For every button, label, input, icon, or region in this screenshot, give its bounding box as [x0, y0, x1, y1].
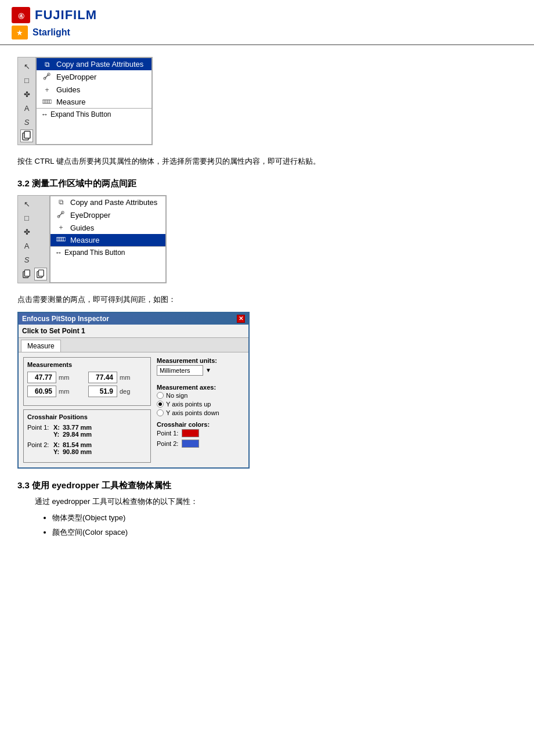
measurement-units-dropdown[interactable]: Millimeters	[157, 365, 203, 376]
inspector-close-button[interactable]: ✕	[237, 315, 245, 323]
dropdown-arrow-icon: ▼	[205, 367, 211, 373]
copy-paste-icon-2[interactable]	[20, 268, 33, 280]
curve-icon-2[interactable]: S	[20, 254, 33, 267]
color-swatch-point1[interactable]	[182, 429, 199, 437]
starlight-icon: ★	[12, 26, 28, 39]
point1-x-row: X: 33.77 mm	[53, 424, 92, 431]
starlight-label: Starlight	[33, 27, 70, 38]
list-item-1: 物体类型(Object type)	[52, 512, 517, 524]
cross-icon[interactable]: ✤	[20, 88, 33, 100]
crosshair-label: Crosshair Positions	[27, 413, 147, 420]
toolbar-menu-2: ⧉ Copy and Paste Attributes EyeDropper +	[50, 196, 166, 283]
expand-button-1[interactable]: ↔ Expand This Button	[37, 108, 151, 120]
svg-rect-9	[42, 100, 52, 103]
guides-menu-icon: +	[41, 86, 53, 94]
svg-text:★: ★	[16, 28, 23, 37]
rect-icon[interactable]: □	[20, 74, 33, 87]
toolbar-panel-2: ↖ □ ✤ A S	[17, 195, 167, 283]
menu-item-copy-paste-2[interactable]: ⧉ Copy and Paste Attributes	[50, 196, 165, 208]
color-swatch-point2[interactable]	[182, 440, 199, 448]
menu-item-eyedropper-label-2: EyeDropper	[70, 211, 110, 219]
expand-button-2[interactable]: ↔ Expand This Button	[50, 246, 165, 258]
menu-item-measure-2[interactable]: Measure	[50, 234, 165, 246]
svg-rect-5	[24, 131, 30, 138]
text-icon-2[interactable]: A	[20, 240, 33, 253]
radio-y-axis-up-circle	[157, 401, 164, 408]
copy-paste-icon[interactable]	[20, 129, 33, 142]
measure-cell-3: 60.95 mm	[27, 386, 86, 397]
color-swatch-point1-label: Point 1:	[157, 430, 178, 437]
measure-cell-4: 51.9 deg	[88, 386, 147, 397]
point2-y-row: Y: 90.80 mm	[53, 448, 92, 455]
measurement-units-select[interactable]: Millimeters ▼	[157, 365, 244, 376]
copy-paste-menu-icon: ⧉	[41, 60, 53, 69]
select-icon[interactable]: ↖	[20, 60, 33, 73]
radio-y-axis-down[interactable]: Y axis points down	[157, 409, 244, 416]
section1-para: 按住 CTRL 键点击所要拷贝其属性的物体，并选择所需要拷贝的属性内容，即可进行…	[17, 156, 517, 168]
menu-item-measure-label-2: Measure	[70, 236, 100, 244]
section3-heading-text: 3.3 使用 eyedropper 工具检查物体属性	[17, 480, 171, 490]
inspector-tab-measure[interactable]: Measure	[21, 340, 61, 352]
point1-x-axis: X:	[53, 424, 60, 431]
menu-item-guides-label-2: Guides	[70, 224, 94, 232]
menu-item-eyedropper-2[interactable]: EyeDropper	[50, 208, 165, 222]
expand-arrow-icon-2: ↔	[55, 249, 62, 257]
radio-y-axis-up[interactable]: Y axis points up	[157, 401, 244, 408]
select-icon-2[interactable]: ↖	[20, 198, 33, 211]
inspector-dialog: Enfocus PitStop Inspector ✕ Click to Set…	[17, 312, 250, 469]
fujifilm-label: FUJIFILM	[35, 8, 97, 23]
expand-button-label: Expand This Button	[50, 110, 111, 118]
inspector-subtitle: Click to Set Point 1	[19, 325, 248, 338]
expand-button-label-2: Expand This Button	[64, 249, 125, 257]
menu-item-measure[interactable]: Measure	[37, 96, 151, 108]
point1-label: Point 1:	[27, 424, 53, 431]
menu-item-copy-paste[interactable]: ⧉ Copy and Paste Attributes	[37, 58, 151, 70]
svg-line-18	[59, 213, 63, 217]
point2-coords: X: 81.54 mm Y: 90.80 mm	[53, 441, 92, 455]
eyedropper-menu-icon	[41, 72, 53, 82]
radio-y-axis-up-label: Y axis points up	[166, 401, 211, 408]
curve-icon[interactable]: S	[20, 116, 33, 128]
radio-no-sign-circle	[157, 392, 164, 399]
guides-menu-icon-2: +	[55, 224, 67, 232]
color-swatches: Point 1: Point 2:	[157, 429, 244, 448]
main-content: ↖ □ ✤ A S ⧉ Copy and Paste Attributes	[0, 45, 534, 553]
measure-unit-3: mm	[59, 388, 69, 395]
rect-icon-2[interactable]: □	[20, 212, 33, 225]
text-icon[interactable]: A	[20, 102, 33, 114]
measure-value-1: 47.77	[27, 372, 56, 383]
menu-item-eyedropper-label: EyeDropper	[56, 73, 96, 81]
menu-item-guides-2[interactable]: + Guides	[50, 222, 165, 234]
starlight-logo: ★ Starlight	[12, 26, 522, 39]
cross-icon-2[interactable]: ✤	[20, 226, 33, 239]
toolbar-section-1: ↖ □ ✤ A S ⧉ Copy and Paste Attributes	[17, 57, 517, 151]
toolbar-panel-1: ↖ □ ✤ A S ⧉ Copy and Paste Attributes	[17, 57, 153, 145]
measurement-units-label: Measurement units:	[157, 357, 244, 364]
toolbar-section-2: ↖ □ ✤ A S	[17, 195, 517, 289]
svg-text:㊔: ㊔	[18, 12, 24, 19]
radio-y-axis-down-label: Y axis points down	[166, 409, 219, 416]
fujifilm-logo: ㊔ FUJIFILM	[12, 7, 522, 23]
section2-heading: 3.2 测量工作区域中的两点间距	[17, 178, 517, 189]
point2-x-row: X: 81.54 mm	[53, 441, 92, 448]
preferences-section: Measurement units: Millimeters ▼ Measure…	[157, 357, 244, 463]
radio-no-sign[interactable]: No sign	[157, 392, 244, 399]
menu-item-eyedropper[interactable]: EyeDropper	[37, 70, 151, 84]
point1-x-value: 33.77 mm	[63, 424, 92, 431]
svg-rect-15	[24, 270, 30, 276]
section3-bullet-list: 物体类型(Object type) 颜色空间(Color space)	[52, 512, 517, 539]
radio-y-axis-down-circle	[157, 409, 164, 416]
point2-x-value: 81.54 mm	[63, 441, 92, 448]
copy-paste-icon-2b[interactable]	[34, 268, 47, 280]
point2-y-axis: Y:	[53, 448, 60, 455]
section2-para: 点击需要测量的两点，即可得到其间距，如图：	[17, 294, 517, 306]
menu-item-copy-paste-label: Copy and Paste Attributes	[56, 60, 143, 69]
toolbar-icons-2: ↖ □ ✤ A S	[18, 196, 50, 283]
section3-heading: 3.3 使用 eyedropper 工具检查物体属性	[17, 480, 517, 491]
measure-value-3: 60.95	[27, 386, 56, 397]
measure-unit-4: deg	[120, 388, 130, 395]
menu-item-guides[interactable]: + Guides	[37, 84, 151, 96]
point1-y-value: 29.84 mm	[63, 431, 92, 438]
measure-unit-1: mm	[59, 374, 69, 381]
measurement-units-value: Millimeters	[160, 367, 190, 374]
